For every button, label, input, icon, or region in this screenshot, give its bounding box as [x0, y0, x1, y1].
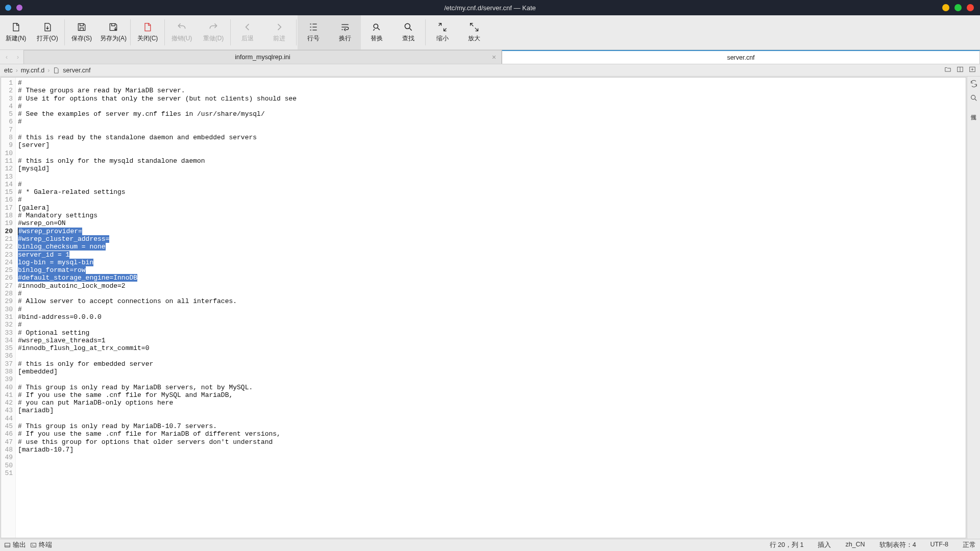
saveas-button[interactable]: 另存为(A): [97, 15, 129, 49]
encoding[interactable]: UTF-8: [930, 541, 948, 549]
breadcrumb-file[interactable]: server.cnf: [63, 67, 90, 74]
tabbar: ‹ › inform_mysqlrep.ini× server.cnf×: [0, 50, 980, 64]
close-tab-icon[interactable]: ×: [492, 53, 496, 61]
maximize-button[interactable]: [954, 4, 962, 11]
file-icon: [53, 66, 60, 74]
new-doc-icon[interactable]: [969, 66, 976, 74]
right-sidebar: 属性: [967, 77, 980, 539]
wrap-button[interactable]: 换行: [329, 15, 361, 49]
file-state[interactable]: 正常: [963, 541, 976, 549]
open-button[interactable]: 打开(O): [32, 15, 63, 49]
breadcrumb-item[interactable]: etc: [4, 67, 13, 74]
app-icon-2: [16, 5, 22, 11]
toolbar: 新建(N) 打开(O) 保存(S) 另存为(A) 关闭(C) 撤销(U) 重做(…: [0, 15, 980, 50]
search-side-icon[interactable]: [970, 94, 978, 102]
sync-icon[interactable]: [970, 80, 978, 88]
titlebar-left-icons: [0, 5, 22, 11]
breadcrumb: etc › my.cnf.d › server.cnf: [0, 64, 980, 77]
redo-button[interactable]: 重做(D): [198, 15, 229, 49]
shrink-button[interactable]: 缩小: [427, 15, 458, 49]
enlarge-button[interactable]: 放大: [458, 15, 490, 49]
window-title: /etc/my.cnf.d/server.cnf — Kate: [444, 4, 536, 12]
chevron-right-icon: ›: [16, 67, 18, 74]
close-button[interactable]: 关闭(C): [132, 15, 163, 49]
svg-point-4: [971, 95, 975, 99]
close-window-button[interactable]: [967, 4, 974, 11]
insert-mode[interactable]: 插入: [818, 541, 831, 549]
minimize-button[interactable]: [942, 4, 949, 11]
main-area: 1234567891011121314151617181920212223242…: [0, 77, 980, 539]
replace-button[interactable]: 替换: [361, 15, 393, 49]
save-button[interactable]: 保存(S): [66, 15, 97, 49]
undo-button[interactable]: 撤销(U): [166, 15, 198, 49]
code-area[interactable]: ## These groups are read by MariaDB serv…: [16, 78, 966, 538]
split-view-icon[interactable]: [957, 66, 964, 74]
svg-rect-6: [31, 543, 36, 547]
forward-button[interactable]: 前进: [263, 15, 295, 49]
output-panel-button[interactable]: 输出: [4, 541, 26, 549]
editor[interactable]: 1234567891011121314151617181920212223242…: [1, 77, 966, 538]
chevron-right-icon: ›: [47, 67, 50, 74]
svg-rect-5: [5, 543, 10, 547]
find-button[interactable]: 查找: [393, 15, 424, 49]
gutter: 1234567891011121314151617181920212223242…: [1, 78, 16, 538]
titlebar: /etc/my.cnf.d/server.cnf — Kate: [0, 0, 980, 15]
open-file-icon[interactable]: [944, 66, 951, 74]
back-button[interactable]: 后退: [232, 15, 263, 49]
terminal-panel-button[interactable]: 终端: [30, 541, 52, 549]
statusbar: 输出 终端 行 20，列 1 插入 zh_CN 软制表符：4 UTF-8 正常: [0, 539, 980, 551]
window-controls: [942, 4, 980, 11]
cursor-position[interactable]: 行 20，列 1: [770, 541, 804, 549]
breadcrumb-item[interactable]: my.cnf.d: [21, 67, 44, 74]
tab-prev[interactable]: ‹: [1, 50, 12, 64]
svg-point-0: [374, 24, 378, 28]
tab-server-cnf[interactable]: server.cnf×: [502, 50, 980, 64]
locale[interactable]: zh_CN: [845, 541, 865, 549]
tab-inform-mysqlrep[interactable]: inform_mysqlrep.ini×: [23, 50, 502, 64]
linenumber-button[interactable]: 行号: [298, 15, 329, 49]
tab-setting[interactable]: 软制表符：4: [879, 541, 916, 549]
tab-next[interactable]: ›: [12, 50, 23, 64]
new-button[interactable]: 新建(N): [0, 15, 32, 49]
app-icon: [5, 5, 11, 11]
svg-point-1: [405, 23, 410, 29]
